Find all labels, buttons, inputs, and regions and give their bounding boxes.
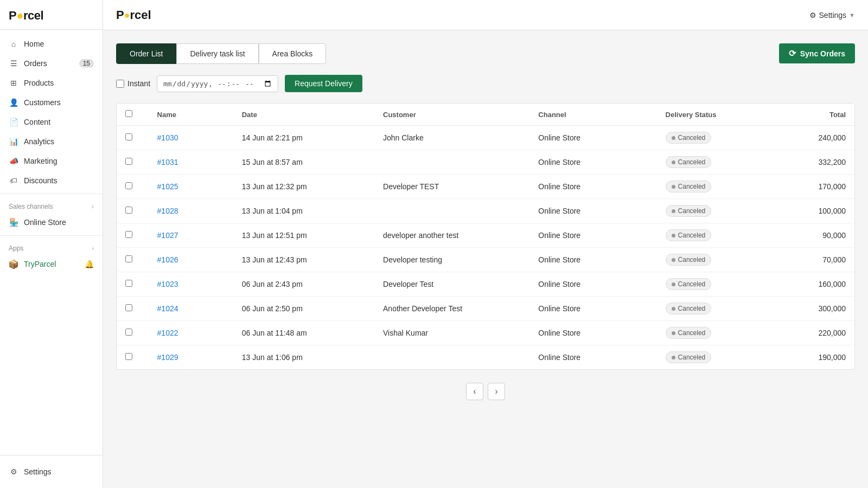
gear-icon: ⚙ — [809, 11, 816, 20]
order-date-cell: 13 Jun at 1:06 pm — [233, 345, 374, 370]
sidebar-item-label: Products — [24, 79, 54, 87]
order-customer-cell: Developer testing — [374, 248, 529, 272]
logo-text: P●rcel — [9, 9, 43, 22]
order-channel-cell: Online Store — [529, 175, 656, 199]
table-row: #1030 14 Jun at 2:21 pm John Clarke Onli… — [117, 126, 854, 150]
sidebar-item-discounts[interactable]: 🏷 Discounts — [0, 171, 103, 190]
header-date: Date — [233, 104, 374, 126]
order-link[interactable]: #1023 — [157, 280, 178, 288]
order-id-cell: #1029 — [149, 345, 233, 370]
order-status-cell: Canceled — [657, 345, 770, 370]
home-icon: ⌂ — [9, 39, 18, 49]
order-link[interactable]: #1024 — [157, 304, 178, 313]
status-dot-icon — [672, 307, 675, 311]
status-dot-icon — [672, 234, 675, 237]
order-channel-cell: Online Store — [529, 199, 656, 223]
order-customer-cell: Developer Test — [374, 272, 529, 297]
products-icon: ⊞ — [9, 78, 18, 88]
next-page-button[interactable]: › — [488, 383, 505, 400]
sidebar-item-orders[interactable]: ☰ Orders 15 — [0, 54, 103, 73]
header-name: Name — [149, 104, 233, 126]
row-checkbox[interactable] — [125, 182, 132, 189]
table-row: #1023 06 Jun at 2:43 pm Developer Test O… — [117, 272, 854, 297]
header-delivery-status: Delivery Status — [657, 104, 770, 126]
parcel-app-icon: 📦 — [9, 259, 18, 269]
status-badge: Canceled — [666, 254, 712, 266]
settings-link[interactable]: ⚙ Settings ▼ — [809, 11, 855, 20]
order-link[interactable]: #1028 — [157, 207, 178, 215]
sidebar-item-analytics[interactable]: 📊 Analytics — [0, 132, 103, 151]
order-status-cell: Canceled — [657, 297, 770, 321]
instant-checkbox[interactable] — [116, 80, 124, 88]
datetime-input[interactable] — [157, 75, 278, 92]
status-badge: Canceled — [666, 327, 712, 339]
order-link[interactable]: #1029 — [157, 353, 178, 362]
sidebar-item-products[interactable]: ⊞ Products — [0, 73, 103, 93]
sync-orders-button[interactable]: ⟳ Sync Orders — [779, 43, 855, 63]
sidebar-item-home[interactable]: ⌂ Home — [0, 34, 103, 54]
order-id-cell: #1024 — [149, 297, 233, 321]
row-checkbox[interactable] — [125, 353, 132, 360]
order-date-cell: 13 Jun at 12:51 pm — [233, 223, 374, 248]
sidebar-item-label: Orders — [24, 59, 47, 68]
sidebar-item-tryparcel[interactable]: 📦 TryParcel 🔔 — [0, 254, 103, 274]
order-link[interactable]: #1031 — [157, 158, 178, 166]
row-checkbox-cell — [117, 150, 149, 175]
status-badge: Canceled — [666, 181, 712, 192]
order-id-cell: #1028 — [149, 199, 233, 223]
content-area: Order List Delivery task list Area Block… — [103, 30, 868, 488]
customers-icon: 👤 — [9, 98, 18, 107]
row-checkbox[interactable] — [125, 329, 132, 336]
tab-delivery-task-list[interactable]: Delivery task list — [176, 43, 258, 64]
row-checkbox[interactable] — [125, 304, 132, 311]
order-total-cell: 170,000 — [770, 175, 854, 199]
table-row: #1025 13 Jun at 12:32 pm Developer TEST … — [117, 175, 854, 199]
sidebar-item-customers[interactable]: 👤 Customers — [0, 93, 103, 112]
sidebar: P●rcel ⌂ Home ☰ Orders 15 ⊞ Products 👤 C… — [0, 0, 103, 488]
header-checkbox-col — [117, 104, 149, 126]
order-link[interactable]: #1022 — [157, 329, 178, 337]
order-total-cell: 90,000 — [770, 223, 854, 248]
tab-area-blocks[interactable]: Area Blocks — [259, 43, 327, 64]
order-date-cell: 13 Jun at 12:32 pm — [233, 175, 374, 199]
request-delivery-button[interactable]: Request Delivery — [285, 75, 362, 92]
row-checkbox[interactable] — [125, 255, 132, 262]
table-row: #1031 15 Jun at 8:57 am Online Store Can… — [117, 150, 854, 175]
row-checkbox-cell — [117, 272, 149, 297]
order-total-cell: 70,000 — [770, 248, 854, 272]
order-total-cell: 300,000 — [770, 297, 854, 321]
row-checkbox[interactable] — [125, 207, 132, 214]
order-link[interactable]: #1025 — [157, 182, 178, 191]
order-link[interactable]: #1027 — [157, 231, 178, 240]
sidebar-item-online-store[interactable]: 🏪 Online Store — [0, 213, 103, 232]
row-checkbox[interactable] — [125, 231, 132, 238]
table-body: #1030 14 Jun at 2:21 pm John Clarke Onli… — [117, 126, 854, 370]
sidebar-item-label: Discounts — [24, 176, 57, 185]
header-customer: Customer — [374, 104, 529, 126]
order-link[interactable]: #1026 — [157, 255, 178, 264]
row-checkbox[interactable] — [125, 158, 132, 165]
header-total: Total — [770, 104, 854, 126]
order-customer-cell: Another Developer Test — [374, 297, 529, 321]
orders-table: Name Date Customer Channel Delivery Stat… — [116, 103, 855, 370]
status-dot-icon — [672, 160, 675, 164]
header-channel: Channel — [529, 104, 656, 126]
order-status-cell: Canceled — [657, 175, 770, 199]
select-all-checkbox[interactable] — [125, 110, 132, 117]
instant-label: Instant — [116, 79, 150, 88]
sidebar-item-marketing[interactable]: 📣 Marketing — [0, 151, 103, 171]
sidebar-item-content[interactable]: 📄 Content — [0, 112, 103, 132]
row-checkbox[interactable] — [125, 280, 132, 287]
row-checkbox[interactable] — [125, 133, 132, 140]
sidebar-item-settings[interactable]: ⚙ Settings — [0, 462, 103, 481]
status-dot-icon — [672, 282, 675, 286]
prev-page-button[interactable]: ‹ — [466, 383, 483, 400]
order-date-cell: 14 Jun at 2:21 pm — [233, 126, 374, 150]
sidebar-item-label: Home — [24, 40, 44, 48]
row-checkbox-cell — [117, 248, 149, 272]
settings-icon: ⚙ — [9, 467, 18, 477]
order-total-cell: 160,000 — [770, 272, 854, 297]
apps-label: Apps — [9, 245, 23, 252]
tab-order-list[interactable]: Order List — [116, 43, 176, 64]
order-link[interactable]: #1030 — [157, 133, 178, 142]
